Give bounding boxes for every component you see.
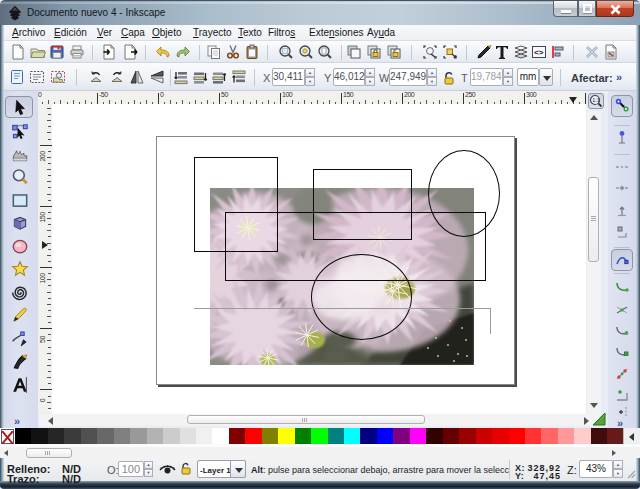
svg-text:1:1: 1:1	[592, 97, 600, 103]
svg-text:<>: <>	[534, 48, 544, 57]
